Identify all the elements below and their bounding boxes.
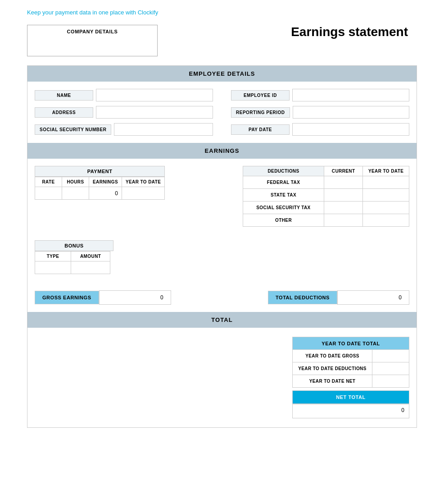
- employee-details-body: NAME ADDRESS SOCIAL SECURITY NUMBER EMPL…: [27, 82, 417, 143]
- payment-section: PAYMENT RATE HOURS EARNINGS YEAR TO DATE: [35, 166, 165, 227]
- ytd-row: YEAR TO DATE NET: [293, 375, 409, 388]
- company-details-label: COMPANY DETAILS: [31, 29, 154, 34]
- deductions-row: OTHER: [243, 214, 409, 227]
- address-input[interactable]: [96, 106, 213, 119]
- gross-earnings-value: 0: [99, 290, 171, 305]
- employee-details-header: EMPLOYEE DETAILS: [27, 66, 417, 82]
- ssn-label: SOCIAL SECURITY NUMBER: [35, 124, 111, 135]
- deduction-ytd-0[interactable]: [363, 176, 409, 189]
- gross-earnings-block: GROSS EARNINGS 0: [35, 290, 171, 305]
- bonus-col-type: TYPE: [35, 252, 71, 261]
- deductions-col-current: CURRENT: [324, 166, 363, 176]
- total-section-header: TOTAL: [27, 312, 417, 328]
- bonus-type-cell[interactable]: [35, 261, 71, 274]
- pay-date-input[interactable]: [292, 123, 409, 136]
- payment-col-ytd: YEAR TO DATE: [122, 177, 164, 187]
- net-total-value: 0: [292, 404, 409, 418]
- bonus-col-amount: AMOUNT: [71, 252, 110, 261]
- address-label: ADDRESS: [35, 107, 93, 118]
- deductions-main-header: DEDUCTIONS: [243, 166, 324, 176]
- deductions-row: SOCIAL SECURITY TAX: [243, 202, 409, 214]
- payment-earnings-cell[interactable]: 0: [89, 187, 122, 200]
- payment-row: 0: [35, 187, 165, 200]
- bonus-amount-cell[interactable]: [71, 261, 110, 274]
- deductions-col-ytd: YEAR TO DATE: [363, 166, 409, 176]
- page-content: COMPANY DETAILS Earnings statement EMPLO…: [0, 25, 444, 446]
- ytd-table: YEAR TO DATE TOTAL YEAR TO DATE GROSS YE…: [292, 337, 409, 388]
- payment-rate-cell[interactable]: [35, 187, 62, 200]
- clockify-link[interactable]: Keep your payment data in one place with…: [27, 9, 158, 16]
- deduction-current-1[interactable]: [324, 189, 363, 202]
- ytd-value-2[interactable]: [372, 375, 409, 388]
- ytd-value-0[interactable]: [372, 350, 409, 362]
- total-deductions-value: 0: [337, 290, 409, 305]
- total-deductions-block: TOTAL DEDUCTIONS 0: [268, 290, 409, 305]
- address-field-row: ADDRESS: [35, 106, 213, 119]
- header-row: COMPANY DETAILS Earnings statement: [27, 25, 417, 56]
- payment-col-rate: RATE: [35, 177, 62, 187]
- payment-col-earnings: EARNINGS: [89, 177, 122, 187]
- reporting-period-field-row: REPORTING PERIOD: [231, 106, 409, 119]
- deduction-ytd-2[interactable]: [363, 202, 409, 214]
- name-label: NAME: [35, 90, 93, 101]
- payment-header-label: PAYMENT: [35, 166, 165, 177]
- earnings-top: PAYMENT RATE HOURS EARNINGS YEAR TO DATE: [35, 166, 409, 227]
- net-total-header: NET TOTAL: [292, 390, 409, 404]
- deductions-section: DEDUCTIONS CURRENT YEAR TO DATE FEDERAL …: [243, 166, 409, 227]
- totals-row: GROSS EARNINGS 0 TOTAL DEDUCTIONS 0: [35, 290, 409, 305]
- bonus-table: TYPE AMOUNT: [35, 251, 110, 274]
- deduction-current-2[interactable]: [324, 202, 363, 214]
- deductions-row: STATE TAX: [243, 189, 409, 202]
- earnings-body: PAYMENT RATE HOURS EARNINGS YEAR TO DATE: [27, 159, 417, 312]
- earnings-header: EARNINGS: [27, 143, 417, 159]
- bonus-row: [35, 261, 110, 274]
- deductions-row: FEDERAL TAX: [243, 176, 409, 189]
- reporting-period-label: REPORTING PERIOD: [231, 107, 290, 118]
- ytd-total-header: YEAR TO DATE TOTAL: [293, 337, 409, 350]
- ssn-input[interactable]: [114, 123, 213, 136]
- deduction-label-2: SOCIAL SECURITY TAX: [243, 202, 324, 214]
- payment-table: RATE HOURS EARNINGS YEAR TO DATE 0: [35, 177, 165, 200]
- employee-fields-right: EMPLOYEE ID REPORTING PERIOD PAY DATE: [231, 89, 409, 136]
- bonus-header-label: BONUS: [35, 240, 113, 251]
- deductions-table: DEDUCTIONS CURRENT YEAR TO DATE FEDERAL …: [243, 166, 409, 227]
- deduction-label-3: OTHER: [243, 214, 324, 227]
- payment-col-hours: HOURS: [62, 177, 89, 187]
- deduction-current-3[interactable]: [324, 214, 363, 227]
- ytd-label-1: YEAR TO DATE DEDUCTIONS: [293, 362, 372, 375]
- employee-id-field-row: EMPLOYEE ID: [231, 89, 409, 101]
- page-title: Earnings statement: [291, 25, 417, 39]
- pay-date-label: PAY DATE: [231, 124, 290, 135]
- employee-id-label: EMPLOYEE ID: [231, 90, 290, 101]
- employee-id-input[interactable]: [292, 89, 409, 101]
- deduction-ytd-1[interactable]: [363, 189, 409, 202]
- name-field-row: NAME: [35, 89, 213, 101]
- pay-date-field-row: PAY DATE: [231, 123, 409, 136]
- ssn-field-row: SOCIAL SECURITY NUMBER: [35, 123, 213, 136]
- deduction-ytd-3[interactable]: [363, 214, 409, 227]
- main-card: EMPLOYEE DETAILS NAME ADDRESS SOCIAL SEC…: [27, 65, 417, 428]
- deduction-label-1: STATE TAX: [243, 189, 324, 202]
- deduction-current-0[interactable]: [324, 176, 363, 189]
- spacer: [174, 166, 234, 227]
- employee-fields-left: NAME ADDRESS SOCIAL SECURITY NUMBER: [35, 89, 213, 136]
- payment-ytd-cell[interactable]: [122, 187, 164, 200]
- total-right-block: YEAR TO DATE TOTAL YEAR TO DATE GROSS YE…: [292, 337, 409, 418]
- deduction-label-0: FEDERAL TAX: [243, 176, 324, 189]
- gross-earnings-label: GROSS EARNINGS: [35, 291, 99, 304]
- ytd-label-2: YEAR TO DATE NET: [293, 375, 372, 388]
- total-deductions-label: TOTAL DEDUCTIONS: [268, 291, 337, 304]
- reporting-period-input[interactable]: [293, 106, 409, 119]
- ytd-value-1[interactable]: [372, 362, 409, 375]
- ytd-row: YEAR TO DATE DEDUCTIONS: [293, 362, 409, 375]
- name-input[interactable]: [96, 89, 213, 101]
- total-section-body: YEAR TO DATE TOTAL YEAR TO DATE GROSS YE…: [27, 328, 417, 427]
- ytd-row: YEAR TO DATE GROSS: [293, 350, 409, 362]
- bonus-section: BONUS TYPE AMOUNT: [35, 240, 409, 274]
- top-link-bar: Keep your payment data in one place with…: [0, 0, 444, 25]
- ytd-label-0: YEAR TO DATE GROSS: [293, 350, 372, 362]
- payment-hours-cell[interactable]: [62, 187, 89, 200]
- company-box: COMPANY DETAILS: [27, 25, 158, 56]
